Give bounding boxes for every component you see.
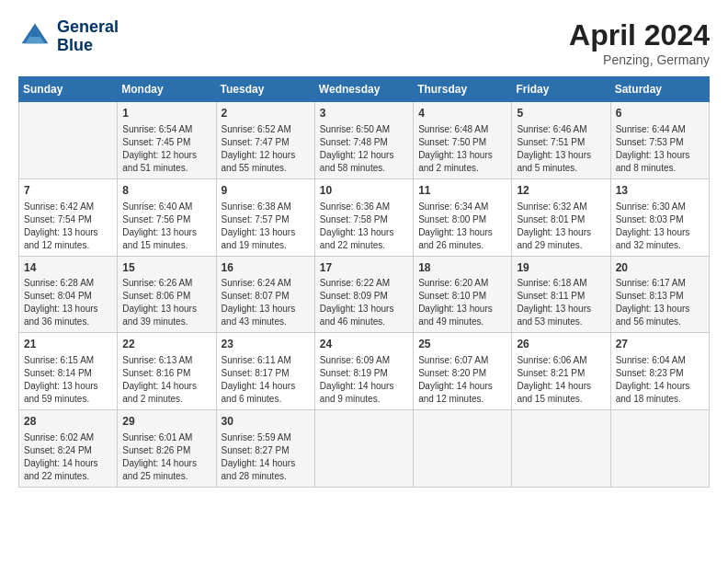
day-number: 6 [616,106,704,121]
day-number: 22 [122,337,210,352]
calendar-cell: 4Sunrise: 6:48 AM Sunset: 7:50 PM Daylig… [414,102,512,179]
calendar-cell: 1Sunrise: 6:54 AM Sunset: 7:45 PM Daylig… [118,102,216,179]
day-number: 8 [122,183,210,199]
day-info: Sunrise: 6:11 AM Sunset: 8:17 PM Dayligh… [222,354,310,406]
day-number: 28 [24,414,112,430]
day-info: Sunrise: 6:15 AM Sunset: 8:14 PM Dayligh… [24,354,112,406]
day-info: Sunrise: 6:48 AM Sunset: 7:50 PM Dayligh… [418,123,506,175]
header-cell-tuesday: Tuesday [216,77,314,102]
day-number: 7 [24,183,112,199]
day-number: 29 [122,414,210,430]
day-number: 18 [418,260,506,276]
day-number: 21 [24,337,112,352]
day-number: 3 [320,106,408,121]
day-info: Sunrise: 6:54 AM Sunset: 7:45 PM Dayligh… [122,123,210,175]
calendar-cell: 7Sunrise: 6:42 AM Sunset: 7:54 PM Daylig… [19,178,118,256]
day-info: Sunrise: 6:20 AM Sunset: 8:10 PM Dayligh… [418,277,506,328]
day-number: 26 [517,337,605,352]
calendar-cell: 5Sunrise: 6:46 AM Sunset: 7:51 PM Daylig… [512,102,610,179]
calendar-cell: 29Sunrise: 6:01 AM Sunset: 8:26 PM Dayli… [118,410,216,488]
calendar-table: SundayMondayTuesdayWednesdayThursdayFrid… [18,76,710,488]
week-row-2: 7Sunrise: 6:42 AM Sunset: 7:54 PM Daylig… [19,178,710,256]
page-header: General Blue April 2024 Penzing, Germany [18,18,710,67]
day-number: 4 [418,106,506,121]
day-info: Sunrise: 6:07 AM Sunset: 8:20 PM Dayligh… [418,354,506,406]
week-row-5: 28Sunrise: 6:02 AM Sunset: 8:24 PM Dayli… [19,410,710,488]
day-info: Sunrise: 6:30 AM Sunset: 8:03 PM Dayligh… [616,201,704,252]
day-info: Sunrise: 6:38 AM Sunset: 7:57 PM Dayligh… [222,201,310,252]
week-row-4: 21Sunrise: 6:15 AM Sunset: 8:14 PM Dayli… [19,333,710,410]
calendar-cell [19,102,118,179]
day-number: 13 [616,183,704,199]
calendar-cell: 19Sunrise: 6:18 AM Sunset: 8:11 PM Dayli… [512,256,610,333]
day-number: 20 [616,260,704,276]
location: Penzing, Germany [569,52,710,67]
header-cell-friday: Friday [512,77,610,102]
day-number: 5 [517,106,605,121]
calendar-cell: 28Sunrise: 6:02 AM Sunset: 8:24 PM Dayli… [19,410,118,488]
day-number: 30 [222,414,310,430]
calendar-cell: 12Sunrise: 6:32 AM Sunset: 8:01 PM Dayli… [512,178,610,256]
day-info: Sunrise: 6:26 AM Sunset: 8:06 PM Dayligh… [122,277,210,328]
day-number: 16 [222,260,310,276]
calendar-cell: 13Sunrise: 6:30 AM Sunset: 8:03 PM Dayli… [610,178,709,256]
calendar-cell: 24Sunrise: 6:09 AM Sunset: 8:19 PM Dayli… [314,333,413,410]
day-info: Sunrise: 6:04 AM Sunset: 8:23 PM Dayligh… [616,354,704,406]
day-number: 12 [517,183,605,199]
day-info: Sunrise: 6:34 AM Sunset: 8:00 PM Dayligh… [418,201,506,252]
calendar-cell: 22Sunrise: 6:13 AM Sunset: 8:16 PM Dayli… [118,333,216,410]
month-title: April 2024 [569,18,710,52]
day-info: Sunrise: 6:36 AM Sunset: 7:58 PM Dayligh… [320,201,408,252]
calendar-cell [314,410,413,488]
calendar-cell: 9Sunrise: 6:38 AM Sunset: 7:57 PM Daylig… [216,178,314,256]
day-number: 25 [418,337,506,352]
day-info: Sunrise: 6:22 AM Sunset: 8:09 PM Dayligh… [320,277,408,328]
calendar-cell: 14Sunrise: 6:28 AM Sunset: 8:04 PM Dayli… [19,256,118,333]
calendar-cell: 20Sunrise: 6:17 AM Sunset: 8:13 PM Dayli… [610,256,709,333]
week-row-3: 14Sunrise: 6:28 AM Sunset: 8:04 PM Dayli… [19,256,710,333]
day-number: 19 [517,260,605,276]
day-number: 10 [320,183,408,199]
calendar-cell: 23Sunrise: 6:11 AM Sunset: 8:17 PM Dayli… [216,333,314,410]
calendar-cell: 17Sunrise: 6:22 AM Sunset: 8:09 PM Dayli… [314,256,413,333]
calendar-cell: 2Sunrise: 6:52 AM Sunset: 7:47 PM Daylig… [216,102,314,179]
calendar-cell: 16Sunrise: 6:24 AM Sunset: 8:07 PM Dayli… [216,256,314,333]
day-number: 1 [122,106,210,121]
day-info: Sunrise: 6:40 AM Sunset: 7:56 PM Dayligh… [122,201,210,252]
day-number: 14 [24,260,112,276]
day-number: 27 [616,337,704,352]
day-info: Sunrise: 6:46 AM Sunset: 7:51 PM Dayligh… [517,123,605,175]
day-info: Sunrise: 6:28 AM Sunset: 8:04 PM Dayligh… [24,277,112,328]
day-number: 11 [418,183,506,199]
day-info: Sunrise: 6:17 AM Sunset: 8:13 PM Dayligh… [616,277,704,328]
day-number: 15 [122,260,210,276]
calendar-cell: 10Sunrise: 6:36 AM Sunset: 7:58 PM Dayli… [314,178,413,256]
calendar-cell: 26Sunrise: 6:06 AM Sunset: 8:21 PM Dayli… [512,333,610,410]
calendar-cell: 3Sunrise: 6:50 AM Sunset: 7:48 PM Daylig… [314,102,413,179]
header-cell-thursday: Thursday [414,77,512,102]
calendar-cell: 18Sunrise: 6:20 AM Sunset: 8:10 PM Dayli… [414,256,512,333]
day-info: Sunrise: 6:01 AM Sunset: 8:26 PM Dayligh… [122,431,210,483]
day-info: Sunrise: 6:09 AM Sunset: 8:19 PM Dayligh… [320,354,408,406]
header-cell-sunday: Sunday [19,77,118,102]
day-info: Sunrise: 5:59 AM Sunset: 8:27 PM Dayligh… [222,431,310,483]
day-info: Sunrise: 6:24 AM Sunset: 8:07 PM Dayligh… [222,277,310,328]
calendar-cell: 27Sunrise: 6:04 AM Sunset: 8:23 PM Dayli… [610,333,709,410]
day-number: 9 [222,183,310,199]
calendar-cell [610,410,709,488]
logo-line2: Blue [57,37,119,55]
day-info: Sunrise: 6:32 AM Sunset: 8:01 PM Dayligh… [517,201,605,252]
logo-icon [18,20,51,53]
day-number: 23 [222,337,310,352]
day-info: Sunrise: 6:18 AM Sunset: 8:11 PM Dayligh… [517,277,605,328]
day-info: Sunrise: 6:44 AM Sunset: 7:53 PM Dayligh… [616,123,704,175]
header-cell-monday: Monday [118,77,216,102]
calendar-cell: 15Sunrise: 6:26 AM Sunset: 8:06 PM Dayli… [118,256,216,333]
day-info: Sunrise: 6:52 AM Sunset: 7:47 PM Dayligh… [222,123,310,175]
day-info: Sunrise: 6:06 AM Sunset: 8:21 PM Dayligh… [517,354,605,406]
day-number: 24 [320,337,408,352]
calendar-cell: 25Sunrise: 6:07 AM Sunset: 8:20 PM Dayli… [414,333,512,410]
logo-line1: General [57,18,119,37]
title-block: April 2024 Penzing, Germany [569,18,710,67]
day-info: Sunrise: 6:13 AM Sunset: 8:16 PM Dayligh… [122,354,210,406]
